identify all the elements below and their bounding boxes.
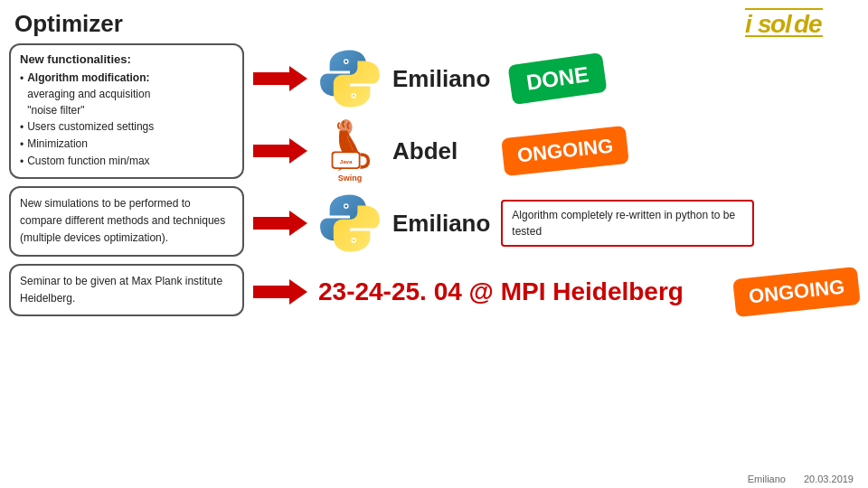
java-swing-logo: Java Swing [318,119,382,183]
seminar-text: Seminar to be given at Max Plank institu… [20,275,222,305]
simulations-text: New simulations to be performed to compa… [20,197,225,244]
python-logo-2 [318,192,382,255]
isolde-logo-icon: i s o l d e [745,7,854,40]
svg-point-20 [353,239,355,242]
noise-filter-text: "noise filter" [27,104,84,117]
simulations-box: New simulations to be performed to compa… [9,186,244,257]
svg-text:python: python [331,110,369,111]
svg-text:l: l [785,10,793,38]
bottom-row: 23-24-25. 04 @ MPI Heidelberg ONGOING [253,269,859,314]
svg-text:e: e [808,10,823,38]
left-panel: New functionalities: • Algorithm modific… [9,43,244,486]
seminar-box: Seminar to be given at Max Plank institu… [9,264,244,316]
arrow-icon-4 [253,279,307,305]
java-logo-icon: Java [318,119,382,175]
swing-label: Swing [338,174,363,183]
algo-text: Algorithm completely re-written in pytho… [512,209,735,238]
svg-text:o: o [770,10,786,38]
bullet-algorithm: • Algorithm modification: averaging and … [20,70,233,118]
algo-description: Algorithm completely re-written in pytho… [501,200,754,247]
footer-author: Emiliano [748,474,786,484]
svg-point-13 [339,119,352,136]
header: Optimizer i s o l d e [0,0,868,43]
footer-date: 20.03.2019 [804,474,854,484]
custom-text: Custom function min/max [27,153,149,169]
date-text: 23-24-25. 04 @ MPI Heidelberg [318,277,684,306]
row-abdel: Java Swing Abdel ONGOING [253,119,859,183]
bullet-minimization: • Minimization [20,136,233,153]
badge-ongoing-2: ONGOING [732,267,861,317]
logo-area: i s o l d e [745,7,854,40]
algorithm-label: Algorithm modification: [27,71,149,84]
arrow-icon-2 [253,138,307,164]
functionalities-title: New functionalities: [20,52,233,66]
name-emiliano-1: Emiliano [392,65,490,93]
python-logo-1: python [318,47,382,110]
name-emiliano-2: Emiliano [392,210,490,238]
arrow-icon-3 [253,211,307,236]
right-panel: python Emiliano DONE [253,43,859,486]
bullet-custom: • Custom function min/max [20,153,233,170]
badge-done: DONE [508,52,608,105]
main-content: New functionalities: • Algorithm modific… [0,43,868,486]
name-abdel: Abdel [392,137,483,165]
footer: Emiliano 20.03.2019 [748,474,854,484]
page-title: Optimizer [14,10,123,38]
averaging-text: averaging and acquisition [27,88,150,100]
svg-point-11 [353,95,355,98]
row-emiliano-2: Emiliano Algorithm completely re-written… [253,192,859,255]
badge-ongoing-1: ONGOING [501,126,629,176]
minimization-text: Minimization [27,136,88,152]
users-text: Users customized settings [27,118,154,135]
svg-text:i: i [745,10,753,38]
svg-point-9 [344,61,347,63]
svg-text:Java: Java [340,158,353,164]
functionalities-box: New functionalities: • Algorithm modific… [9,43,244,179]
bullet-users: • Users customized settings [20,118,233,136]
arrow-icon-1 [253,66,307,91]
row-emiliano: python Emiliano DONE [253,47,859,110]
svg-point-18 [344,205,347,208]
